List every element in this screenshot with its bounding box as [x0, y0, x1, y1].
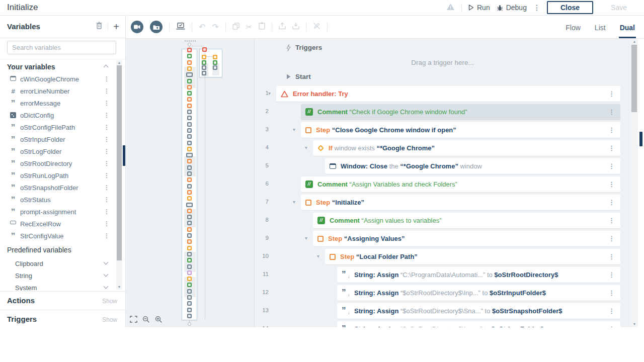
chevron-down-icon[interactable]: ▾: [293, 127, 295, 132]
chevron-up-icon[interactable]: [104, 65, 109, 70]
tab-flow[interactable]: Flow: [565, 24, 582, 38]
chevron-down-icon[interactable]: ▾: [305, 145, 307, 150]
kebab-menu-icon[interactable]: ⋮: [608, 90, 615, 98]
variable-row[interactable]: RecExcelRow⋮: [0, 218, 116, 230]
variable-row[interactable]: ”oStrRunLogPath⋮: [0, 170, 116, 182]
kebab-menu-icon[interactable]: ⋮: [608, 289, 615, 297]
variable-row[interactable]: ”oStrStatus⋮: [0, 194, 116, 206]
flow-row[interactable]: 6//Comment “Assign Variables and check F…: [255, 176, 630, 192]
flow-row[interactable]: 11”↓String: Assign “C:\ProgramData\Autom…: [255, 267, 630, 283]
triggers-section[interactable]: Triggers Show: [0, 310, 125, 327]
flow-step-card[interactable]: ”↓String: Assign “$oStrRootDirectory$\Sn…: [337, 303, 620, 319]
tab-dual[interactable]: Dual: [619, 24, 636, 38]
variable-row[interactable]: ”StrConfigValue⋮: [0, 230, 116, 242]
variable-row[interactable]: ”oStrLogFolder⋮: [0, 146, 116, 158]
flow-step-card[interactable]: Error handler: Try⋮: [276, 86, 620, 102]
variable-row[interactable]: ”oStrConfigFilePath⋮: [0, 122, 116, 134]
chevron-down-icon[interactable]: ▾: [305, 235, 307, 241]
trash-icon[interactable]: [96, 22, 103, 31]
flow-row[interactable]: 13”↓String: Assign “$oStrRootDirectory$\…: [255, 303, 630, 319]
panel-resize-handle[interactable]: [123, 145, 125, 166]
scroll-up-icon[interactable]: ▲: [631, 39, 637, 44]
kebab-menu-icon[interactable]: ⋮: [104, 124, 110, 131]
record-video-button[interactable]: [131, 21, 143, 33]
kebab-menu-icon[interactable]: ⋮: [608, 217, 615, 224]
undo-icon[interactable]: ↶: [199, 23, 205, 31]
triggers-row[interactable]: Triggers: [286, 44, 322, 51]
flow-step-card[interactable]: //Comment “Assign Variables and check Fo…: [301, 176, 620, 192]
actions-section[interactable]: Actions Show: [0, 291, 125, 310]
flow-step-card[interactable]: Step “Close Google Chrome window if open…: [301, 122, 620, 138]
close-button[interactable]: Close: [547, 1, 593, 14]
cut-icon[interactable]: ✂: [246, 23, 253, 31]
flow-step-card[interactable]: Window: Close the “*Google Chrome” windo…: [325, 158, 620, 174]
kebab-menu-icon[interactable]: ⋮: [104, 172, 110, 179]
variable-row[interactable]: ”errorMessage⋮: [0, 98, 116, 110]
predefined-group-row[interactable]: System: [0, 282, 116, 291]
scroll-down-icon[interactable]: ▼: [116, 285, 122, 290]
flow-step-card[interactable]: //Comment “Assign values to variables”⋮: [313, 213, 620, 228]
flow-step-card[interactable]: ”↓String: Assign “$oStrRootDirectory$\In…: [337, 285, 620, 301]
flow-step-card[interactable]: ”↓String: Assign “C:\ProgramData\Automat…: [337, 267, 620, 283]
paste-icon[interactable]: [259, 22, 265, 32]
chevron-down-icon[interactable]: [104, 260, 109, 265]
flow-step-card[interactable]: Step “Assigning Values”⋮: [313, 231, 620, 246]
flow-row[interactable]: 1▾Error handler: Try⋮: [255, 86, 630, 102]
redo-icon[interactable]: ↷: [212, 23, 218, 31]
flow-row[interactable]: 8//Comment “Assign values to variables”⋮: [255, 213, 630, 228]
start-row[interactable]: Start: [286, 73, 311, 80]
fit-to-screen-button[interactable]: [130, 316, 137, 323]
scrollbar-thumb[interactable]: [117, 65, 122, 260]
kebab-menu-icon[interactable]: ⋮: [608, 199, 615, 206]
copy-icon[interactable]: [232, 23, 239, 32]
section-your-variables[interactable]: Your variables: [7, 63, 55, 73]
kebab-menu-icon[interactable]: ⋮: [104, 184, 110, 191]
flow-step-card[interactable]: ”↓String: Assign “$oStrRootDirectory$\Lo…: [337, 321, 620, 327]
search-variables-input[interactable]: [7, 41, 116, 54]
kebab-menu-icon[interactable]: ⋮: [104, 232, 110, 239]
flow-row[interactable]: 10▾Step “Local Folder Path”⋮: [255, 249, 630, 264]
flow-row[interactable]: 3▾Step “Close Google Chrome window if op…: [255, 122, 630, 138]
actions-show-button[interactable]: Show: [102, 298, 117, 305]
kebab-menu-icon[interactable]: ⋮: [608, 253, 615, 260]
sidebar-scrollbar[interactable]: ▲ ▼: [116, 60, 122, 290]
chevron-down-icon[interactable]: ▾: [293, 199, 295, 205]
debug-button[interactable]: Debug: [497, 4, 527, 12]
save-button[interactable]: Save: [600, 2, 638, 14]
chevron-down-icon[interactable]: [104, 284, 109, 289]
kebab-menu-icon[interactable]: ⋮: [608, 180, 615, 188]
kebab-menu-icon[interactable]: ⋮: [104, 100, 110, 107]
capture-search-button[interactable]: [150, 21, 163, 33]
flow-step-card[interactable]: Step “Local Folder Path”⋮: [325, 249, 620, 264]
kebab-menu-icon[interactable]: ⋮: [104, 160, 110, 167]
scrollbar-thumb[interactable]: [631, 45, 637, 112]
zoom-out-button[interactable]: [142, 316, 150, 323]
flow-step-card[interactable]: //Comment “Check if Google Chrome window…: [301, 104, 620, 120]
flow-row[interactable]: 2//Comment “Check if Google Chrome windo…: [255, 104, 630, 120]
variable-row[interactable]: ”oStrSnapshotFolder⋮: [0, 182, 116, 194]
run-button[interactable]: Run: [468, 4, 490, 12]
kebab-menu-icon[interactable]: ⋮: [104, 208, 110, 215]
kebab-menu-icon[interactable]: ⋮: [608, 162, 615, 170]
scroll-up-icon[interactable]: ▲: [116, 60, 122, 65]
flow-row[interactable]: 9▾Step “Assigning Values”⋮: [255, 231, 630, 246]
warning-icon[interactable]: [446, 3, 455, 13]
kebab-menu-icon[interactable]: ⋮: [608, 144, 615, 152]
header-menu-icon[interactable]: ⋮: [533, 4, 540, 12]
kebab-menu-icon[interactable]: ⋮: [608, 108, 615, 116]
tab-list[interactable]: List: [594, 24, 607, 38]
kebab-menu-icon[interactable]: ⋮: [104, 112, 110, 119]
kebab-menu-icon[interactable]: ⋮: [608, 126, 615, 134]
zoom-in-button[interactable]: [155, 316, 163, 323]
variable-row[interactable]: ”oStrRootDirectory⋮: [0, 158, 116, 170]
variable-row[interactable]: oDictConfig⋮: [0, 110, 116, 122]
flow-row[interactable]: 4▾If window exists “*Google Chrome”⋮: [255, 140, 630, 156]
import-icon[interactable]: [292, 22, 299, 32]
variable-row[interactable]: #errorLineNumber⋮: [0, 85, 116, 98]
predefined-group-row[interactable]: String: [0, 270, 116, 282]
chevron-down-icon[interactable]: ▾: [268, 90, 271, 96]
chevron-down-icon[interactable]: [104, 272, 109, 277]
variable-row[interactable]: cWinGoogleChrome⋮: [0, 73, 116, 85]
kebab-menu-icon[interactable]: ⋮: [608, 307, 615, 315]
predefined-group-row[interactable]: Clipboard: [0, 258, 116, 270]
